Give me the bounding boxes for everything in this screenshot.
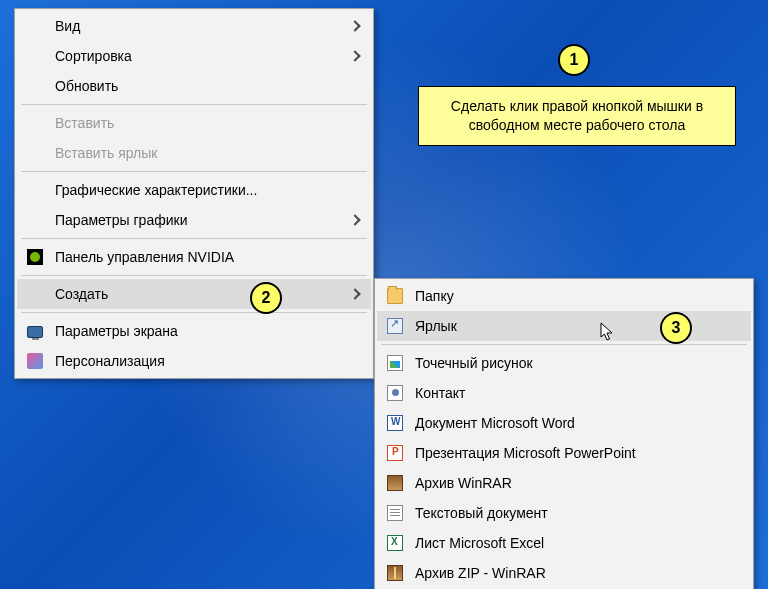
menu-item-label: Точечный рисунок: [415, 355, 743, 371]
separator: [21, 104, 367, 105]
menu-item-rar[interactable]: Архив WinRAR: [377, 468, 751, 498]
zip-icon: [385, 563, 405, 583]
contact-icon: [385, 383, 405, 403]
chevron-right-icon: [349, 20, 360, 31]
menu-item-label: Обновить: [55, 78, 363, 94]
desktop-context-menu: ВидСортировкаОбновитьВставитьВставить яр…: [14, 8, 374, 379]
menu-item-label: Сортировка: [55, 48, 351, 64]
separator: [21, 238, 367, 239]
instruction-tooltip: Сделать клик правой кнопкой мышки в своб…: [418, 86, 736, 146]
menu-item-label: Контакт: [415, 385, 743, 401]
menu-item-label: Вставить: [55, 115, 363, 131]
word-icon: [385, 413, 405, 433]
menu-item-label: Персонализация: [55, 353, 363, 369]
menu-item-create[interactable]: Создать: [17, 279, 371, 309]
display-icon: [25, 321, 45, 341]
menu-item-txt[interactable]: Текстовый документ: [377, 498, 751, 528]
separator: [21, 312, 367, 313]
chevron-right-icon: [349, 288, 360, 299]
menu-item-xls[interactable]: Лист Microsoft Excel: [377, 528, 751, 558]
menu-item-view[interactable]: Вид: [17, 11, 371, 41]
menu-item-label: Вставить ярлык: [55, 145, 363, 161]
menu-item-zip[interactable]: Архив ZIP - WinRAR: [377, 558, 751, 588]
menu-item-sort[interactable]: Сортировка: [17, 41, 371, 71]
shortcut-icon: [385, 316, 405, 336]
chevron-right-icon: [349, 214, 360, 225]
menu-item-paste-shortcut: Вставить ярлык: [17, 138, 371, 168]
menu-item-bmp[interactable]: Точечный рисунок: [377, 348, 751, 378]
menu-item-gfx-params[interactable]: Параметры графики: [17, 205, 371, 235]
callout-badge-1: 1: [558, 44, 590, 76]
separator: [21, 171, 367, 172]
menu-item-label: Документ Microsoft Word: [415, 415, 743, 431]
menu-item-label: Вид: [55, 18, 351, 34]
xls-icon: [385, 533, 405, 553]
rar-icon: [385, 473, 405, 493]
separator: [381, 344, 747, 345]
menu-item-ppt[interactable]: Презентация Microsoft PowerPoint: [377, 438, 751, 468]
menu-item-label: Создать: [55, 286, 351, 302]
callout-badge-3: 3: [660, 312, 692, 344]
mouse-cursor-icon: [600, 322, 614, 342]
separator: [21, 275, 367, 276]
menu-item-label: Ярлык: [415, 318, 743, 334]
menu-item-gfx-props[interactable]: Графические характеристики...: [17, 175, 371, 205]
menu-item-word[interactable]: Документ Microsoft Word: [377, 408, 751, 438]
nvidia-icon: [25, 247, 45, 267]
create-submenu: ПапкуЯрлыкТочечный рисунокКонтактДокумен…: [374, 278, 754, 589]
menu-item-label: Презентация Microsoft PowerPoint: [415, 445, 743, 461]
menu-item-personalize[interactable]: Персонализация: [17, 346, 371, 376]
menu-item-label: Папку: [415, 288, 743, 304]
menu-item-label: Параметры экрана: [55, 323, 363, 339]
chevron-right-icon: [349, 50, 360, 61]
menu-item-label: Архив ZIP - WinRAR: [415, 565, 743, 581]
menu-item-label: Лист Microsoft Excel: [415, 535, 743, 551]
callout-badge-2: 2: [250, 282, 282, 314]
ppt-icon: [385, 443, 405, 463]
menu-item-shortcut[interactable]: Ярлык: [377, 311, 751, 341]
menu-item-refresh[interactable]: Обновить: [17, 71, 371, 101]
personal-icon: [25, 351, 45, 371]
folder-icon: [385, 286, 405, 306]
menu-item-folder[interactable]: Папку: [377, 281, 751, 311]
menu-item-label: Графические характеристики...: [55, 182, 363, 198]
txt-icon: [385, 503, 405, 523]
menu-item-display-settings[interactable]: Параметры экрана: [17, 316, 371, 346]
menu-item-label: Текстовый документ: [415, 505, 743, 521]
menu-item-nvidia[interactable]: Панель управления NVIDIA: [17, 242, 371, 272]
bmp-icon: [385, 353, 405, 373]
menu-item-label: Параметры графики: [55, 212, 351, 228]
menu-item-label: Панель управления NVIDIA: [55, 249, 363, 265]
menu-item-label: Архив WinRAR: [415, 475, 743, 491]
menu-item-contact[interactable]: Контакт: [377, 378, 751, 408]
menu-item-paste: Вставить: [17, 108, 371, 138]
